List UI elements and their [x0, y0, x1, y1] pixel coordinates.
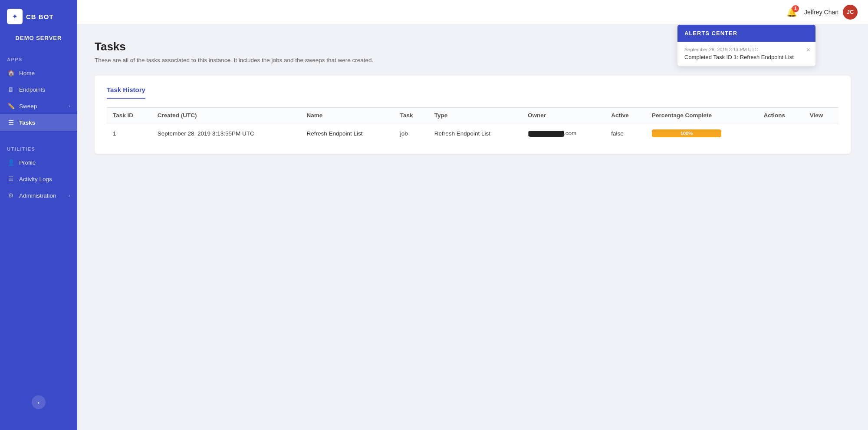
col-percentage: Percentage Complete	[646, 108, 758, 123]
gear-icon: ⚙	[7, 192, 15, 199]
table-row: 1 September 28, 2019 3:13:55PM UTC Refre…	[107, 123, 838, 144]
cell-task-id: 1	[107, 123, 151, 144]
section-title: Task History	[107, 86, 145, 99]
sidebar: ✦ CB BOT DEMO SERVER APPS 🏠 Home 🖥 Endpo…	[0, 0, 77, 430]
notifications-bell[interactable]: 🔔 1	[786, 7, 797, 17]
sidebar-item-administration[interactable]: ⚙ Administration ›	[0, 187, 77, 204]
sidebar-item-label: Home	[19, 70, 35, 76]
col-owner: Owner	[522, 108, 605, 123]
sidebar-item-label: Sweep	[19, 103, 37, 109]
alert-timestamp: September 28, 2019 3:13 PM UTC	[684, 47, 809, 52]
sidebar-item-label: Profile	[19, 159, 36, 166]
user-menu[interactable]: Jeffrey Chan JC	[804, 5, 858, 20]
sidebar-item-label: Administration	[19, 192, 56, 199]
task-history-table: Task ID Created (UTC) Name Task Type Own…	[107, 107, 838, 143]
cell-active: false	[605, 123, 646, 144]
col-created-utc: Created (UTC)	[151, 108, 301, 123]
cell-percentage: 100%	[646, 123, 758, 144]
sidebar-collapse-button[interactable]: ‹	[32, 395, 46, 409]
main-area: 🔔 1 Jeffrey Chan JC ALERTS CENTER Septem…	[77, 0, 868, 430]
profile-icon: 👤	[7, 159, 15, 166]
cell-view	[804, 123, 838, 144]
alert-item: September 28, 2019 3:13 PM UTC Completed…	[677, 42, 815, 66]
cell-type: Refresh Endpoint List	[428, 123, 522, 144]
monitor-icon: 🖥	[7, 86, 15, 93]
tasks-icon: ☰	[7, 119, 15, 126]
topbar: 🔔 1 Jeffrey Chan JC ALERTS CENTER Septem…	[77, 0, 868, 24]
task-history-card: Task History Task ID Created (UTC) Name …	[95, 76, 851, 154]
sidebar-item-home[interactable]: 🏠 Home	[0, 65, 77, 81]
server-name: DEMO SERVER	[0, 35, 77, 52]
col-view: View	[804, 108, 838, 123]
cell-name: Refresh Endpoint List	[300, 123, 394, 144]
utilities-section-label: UTILITIES	[0, 141, 77, 154]
notification-badge: 1	[792, 5, 799, 12]
col-actions: Actions	[758, 108, 804, 123]
cell-owner: j.com	[522, 123, 605, 144]
sidebar-item-profile[interactable]: 👤 Profile	[0, 154, 77, 171]
logo-text: CB BOT	[26, 13, 54, 20]
cell-task: job	[394, 123, 428, 144]
owner-redacted	[529, 131, 564, 137]
avatar: JC	[843, 5, 858, 20]
sweep-icon: ✏️	[7, 103, 15, 109]
sidebar-item-sweep[interactable]: ✏️ Sweep ›	[0, 98, 77, 114]
cell-created-utc: September 28, 2019 3:13:55PM UTC	[151, 123, 301, 144]
sidebar-item-label: Tasks	[19, 119, 35, 126]
home-icon: 🏠	[7, 69, 15, 76]
alert-message: Completed Task ID 1: Refresh Endpoint Li…	[684, 54, 809, 60]
progress-bar-container: 100%	[652, 129, 721, 137]
content-area: Tasks These are all of the tasks associa…	[77, 24, 868, 430]
col-task-id: Task ID	[107, 108, 151, 123]
sidebar-item-label: Activity Logs	[19, 176, 52, 182]
sidebar-item-tasks[interactable]: ☰ Tasks	[0, 114, 77, 131]
col-type: Type	[428, 108, 522, 123]
progress-bar-label: 100%	[681, 131, 693, 136]
cell-actions	[758, 123, 804, 144]
col-task: Task	[394, 108, 428, 123]
alerts-dropdown: ALERTS CENTER September 28, 2019 3:13 PM…	[677, 24, 816, 66]
sidebar-item-label: Endpoints	[19, 86, 45, 93]
logo-icon: ✦	[7, 9, 23, 24]
col-active: Active	[605, 108, 646, 123]
alert-close-button[interactable]: ×	[806, 46, 810, 54]
chevron-right-icon: ›	[69, 193, 70, 198]
apps-section-label: APPS	[0, 52, 77, 65]
alerts-center-header: ALERTS CENTER	[677, 25, 815, 42]
chevron-right-icon: ›	[69, 103, 70, 109]
activity-icon: ☰	[7, 175, 15, 182]
sidebar-item-endpoints[interactable]: 🖥 Endpoints	[0, 81, 77, 98]
sidebar-item-activity-logs[interactable]: ☰ Activity Logs	[0, 171, 77, 187]
username-label: Jeffrey Chan	[804, 9, 838, 16]
col-name: Name	[300, 108, 394, 123]
sidebar-logo[interactable]: ✦ CB BOT	[0, 0, 77, 35]
